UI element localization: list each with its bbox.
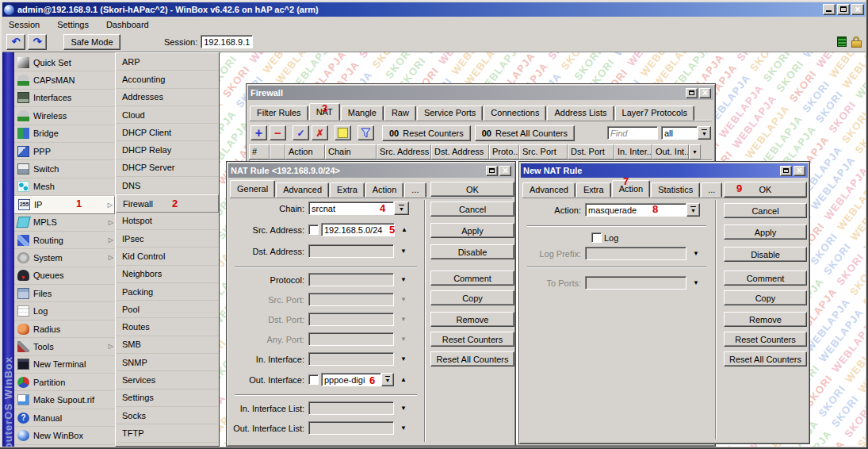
collapse-arrow-icon[interactable]	[401, 227, 407, 233]
submenu-item-addresses[interactable]: Addresses	[116, 89, 219, 106]
apply-button[interactable]: Apply	[430, 223, 514, 238]
menu-dashboard[interactable]: Dashboard	[105, 18, 151, 31]
sidebar-item-log[interactable]: Log	[14, 302, 115, 320]
tab-filter-rules[interactable]: Filter Rules	[250, 106, 308, 121]
dropdown-arrow-icon[interactable]	[698, 126, 711, 140]
close-button[interactable]	[851, 4, 864, 15]
action-input[interactable]	[585, 203, 686, 217]
tab-mangle[interactable]: Mangle	[341, 106, 384, 121]
close-button[interactable]	[499, 166, 511, 176]
to-ports-input[interactable]	[585, 276, 686, 290]
expand-arrow-icon[interactable]	[400, 425, 407, 432]
comment-button[interactable]: Comment	[430, 271, 514, 286]
filter-funnel-icon[interactable]	[358, 125, 374, 140]
submenu-item-ipsec[interactable]: IPsec	[116, 230, 219, 248]
tab-advanced[interactable]: Advanced	[522, 182, 575, 198]
copy-button[interactable]: Copy	[724, 290, 807, 305]
comment-icon[interactable]	[335, 125, 351, 140]
src-address-input[interactable]	[321, 223, 395, 236]
dropdown-arrow-icon[interactable]	[686, 203, 700, 217]
ok-button[interactable]: OK	[430, 182, 514, 197]
tab-more[interactable]: ...	[701, 182, 722, 198]
submenu-item-pool[interactable]: Pool	[116, 301, 219, 318]
nat-rule-titlebar[interactable]: NAT Rule <192.168.9.0/24>	[228, 163, 514, 178]
enable-icon[interactable]	[293, 125, 309, 140]
sidebar-item-ip[interactable]: 255IP	[14, 196, 115, 213]
sidebar-item-interfaces[interactable]: Interfaces	[14, 90, 115, 107]
submenu-item-packing[interactable]: Packing	[116, 283, 219, 301]
expand-arrow-icon[interactable]	[400, 248, 407, 255]
expand-arrow-icon[interactable]	[400, 277, 407, 283]
reset-counters-button[interactable]: 00Reset Counters	[382, 125, 471, 141]
tab-connections[interactable]: Connections	[484, 106, 546, 121]
sidebar-item-mesh[interactable]: Mesh	[14, 178, 115, 196]
submenu-item-arp[interactable]: ARP	[116, 53, 219, 71]
tab-raw[interactable]: Raw	[384, 106, 416, 121]
submenu-item-services[interactable]: Services	[116, 371, 219, 389]
sidebar-item-wireless[interactable]: Wireless	[14, 107, 115, 125]
out-interface-list-input[interactable]	[308, 421, 394, 435]
sidebar-item-radius[interactable]: Radius	[14, 320, 115, 338]
remove-icon[interactable]	[270, 125, 286, 140]
src-address-checkbox[interactable]	[308, 224, 319, 235]
tab-layer7-protocols[interactable]: Layer7 Protocols	[615, 106, 695, 121]
sidebar-item-routing[interactable]: Routing	[14, 232, 115, 249]
remove-button[interactable]: Remove	[724, 312, 807, 327]
dropdown-arrow-icon[interactable]	[381, 373, 394, 386]
menu-settings[interactable]: Settings	[55, 18, 90, 31]
submenu-item-kid-control[interactable]: Kid Control	[116, 248, 219, 265]
expand-arrow-icon[interactable]	[400, 405, 407, 412]
sidebar-item-switch[interactable]: Switch	[14, 160, 115, 178]
tab-action[interactable]: Action	[612, 180, 651, 198]
main-titlebar[interactable]: admin@192.168.9.1 (Skori-hAPac^2) - WinB…	[2, 2, 866, 17]
safe-mode-button[interactable]: Safe Mode	[63, 34, 120, 50]
undo-icon[interactable]: ↶	[6, 34, 25, 50]
maximize-button[interactable]	[780, 166, 792, 176]
reset-counters-button[interactable]: Reset Counters	[724, 332, 807, 347]
column-options-icon[interactable]	[689, 144, 701, 159]
sidebar-item-quick-set[interactable]: Quick Set	[14, 54, 115, 71]
new-nat-rule-titlebar[interactable]: New NAT Rule	[521, 163, 808, 178]
tab-more[interactable]: ...	[404, 182, 426, 198]
sidebar-item-partition[interactable]: Partition	[14, 374, 115, 391]
sidebar-item-ppp[interactable]: PPP	[14, 143, 115, 160]
sidebar-item-capsman[interactable]: CAPsMAN	[14, 71, 115, 89]
collapse-arrow-icon[interactable]	[400, 377, 407, 383]
submenu-item-routes[interactable]: Routes	[116, 318, 219, 336]
submenu-item-dhcp-client[interactable]: DHCP Client	[116, 124, 219, 141]
protocol-input[interactable]	[308, 273, 394, 286]
close-button[interactable]	[699, 88, 711, 98]
tab-address-lists[interactable]: Address Lists	[547, 106, 614, 121]
minimize-button[interactable]	[823, 4, 835, 15]
submenu-item-snmp[interactable]: SNMP	[116, 354, 219, 371]
reset-all-counters-button[interactable]: Reset All Counters	[430, 351, 514, 366]
sidebar-item-make-supout[interactable]: Make Supout.rif	[14, 391, 115, 409]
comment-button[interactable]: Comment	[724, 271, 807, 286]
submenu-item-dhcp-server[interactable]: DHCP Server	[116, 159, 219, 177]
submenu-item-smb[interactable]: SMB	[116, 336, 219, 354]
sidebar-item-tools[interactable]: Tools	[14, 338, 115, 355]
tab-advanced[interactable]: Advanced	[276, 182, 329, 198]
expand-arrow-icon[interactable]	[400, 356, 407, 363]
apply-button[interactable]: Apply	[724, 224, 807, 240]
sidebar-item-system[interactable]: System	[14, 249, 115, 267]
dropdown-arrow-icon[interactable]	[394, 201, 409, 215]
tab-extra[interactable]: Extra	[330, 182, 365, 198]
tab-general[interactable]: General	[230, 180, 275, 198]
submenu-item-socks[interactable]: Socks	[116, 407, 219, 424]
submenu-item-tftp[interactable]: TFTP	[116, 424, 219, 442]
sidebar-item-new-winbox[interactable]: New WinBox	[14, 427, 115, 444]
dst-address-input[interactable]	[308, 244, 394, 258]
maximize-button[interactable]	[486, 166, 498, 176]
submenu-item-cloud[interactable]: Cloud	[116, 106, 219, 124]
expand-arrow-icon[interactable]	[693, 280, 699, 286]
in-interface-list-input[interactable]	[308, 401, 394, 415]
cancel-button[interactable]: Cancel	[724, 203, 807, 218]
out-interface-checkbox[interactable]	[308, 374, 319, 385]
redo-icon[interactable]: ↷	[28, 34, 47, 50]
disable-icon[interactable]	[312, 125, 328, 140]
maximize-button[interactable]	[837, 4, 850, 15]
reset-all-counters-button[interactable]: 00Reset All Counters	[475, 125, 575, 141]
submenu-item-traffic-flow[interactable]: Traffic Flow	[116, 443, 219, 447]
cancel-button[interactable]: Cancel	[430, 201, 514, 217]
